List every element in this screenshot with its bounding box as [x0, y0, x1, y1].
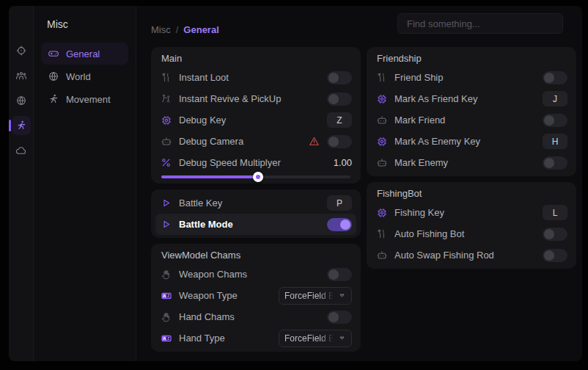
keybind-debug-key[interactable]: Z	[327, 112, 352, 128]
sidebar-item-label: General	[66, 48, 100, 59]
toggle-hand-chams[interactable]	[327, 311, 352, 324]
rail-item-globe[interactable]	[12, 91, 31, 110]
toggle-knob	[544, 229, 554, 239]
card-battle: Battle KeyPBattle Mode	[151, 189, 361, 238]
toggle-auto-swap-fishing-rod[interactable]	[543, 249, 567, 262]
az-icon: AZ	[160, 333, 172, 344]
keybind-mark-as-friend-key[interactable]: J	[543, 91, 567, 106]
sidebar-items: GeneralWorldMovement	[41, 43, 128, 110]
card-fishingbot: FishingBotFishing KeyLAuto Fishing BotAu…	[367, 182, 576, 269]
row-label: Weapon Chams	[179, 269, 320, 280]
toggle-mark-enemy[interactable]	[543, 156, 567, 170]
chip-icon	[375, 136, 388, 148]
rail-item-run[interactable]	[12, 116, 31, 135]
search-input[interactable]	[397, 13, 563, 34]
sidebar-item-movement[interactable]: Movement	[41, 88, 128, 110]
chip-icon	[375, 93, 388, 105]
crosshair-icon	[15, 45, 27, 57]
sidebar-item-world[interactable]: World	[41, 65, 128, 87]
rail-item-squad[interactable]	[12, 66, 31, 85]
slider-fill	[161, 175, 258, 178]
column-left: MainInstant LootInstant Revive & PickUpD…	[151, 47, 361, 352]
row-fishing-key: Fishing KeyL	[375, 202, 567, 223]
svg-text:Z: Z	[167, 336, 169, 340]
row-label: Mark Enemy	[394, 157, 536, 168]
run-icon	[48, 93, 59, 105]
toggle-mark-friend[interactable]	[543, 114, 567, 127]
row-label: Battle Mode	[179, 219, 320, 230]
card-friendship: FriendshipFriend ShipMark As Friend KeyJ…	[367, 47, 576, 176]
row-weapon-chams: Weapon Chams	[160, 264, 352, 285]
dropdown-weapon-type[interactable]: ForceField B	[279, 287, 352, 305]
toggle-knob	[544, 250, 554, 261]
gamepad-icon	[48, 48, 59, 59]
row-mark-as-enemy-key: Mark As Enemy KeyH	[375, 131, 567, 152]
sidebar-item-label: Movement	[66, 94, 111, 105]
robot-icon	[160, 136, 172, 148]
hand-icon	[160, 311, 172, 322]
toggle-knob	[328, 94, 339, 104]
toggle-knob	[328, 137, 339, 147]
row-label: Battle Key	[179, 197, 320, 208]
breadcrumb-page[interactable]: General	[183, 24, 218, 35]
breadcrumb-separator: /	[176, 24, 179, 35]
svg-text:A: A	[163, 294, 166, 298]
toggle-friend-ship[interactable]	[543, 71, 567, 84]
dropdown-hand-type[interactable]: ForceField B	[279, 330, 352, 347]
toggle-knob	[544, 158, 554, 168]
row-mark-enemy: Mark Enemy	[375, 152, 567, 173]
rail-item-crosshair[interactable]	[12, 41, 31, 60]
globe-icon	[48, 70, 59, 82]
keybind-fishing-key[interactable]: L	[543, 205, 567, 220]
card-title: ViewModel Chams	[161, 250, 350, 261]
toggle-instant-revive-pickup[interactable]	[327, 92, 352, 106]
card-title: FishingBot	[377, 188, 566, 200]
warning-icon	[309, 136, 320, 147]
row-label: Auto Swap Fishing Rod	[394, 250, 536, 261]
column-right: FriendshipFriend ShipMark As Friend KeyJ…	[367, 47, 576, 352]
row-auto-fishing-bot: Auto Fishing Bot	[375, 223, 567, 244]
chip-icon	[375, 207, 388, 219]
toggle-weapon-chams[interactable]	[327, 268, 352, 281]
row-label: Weapon Type	[179, 290, 272, 301]
row-debug-speed-multiplyer: Debug Speed Multiplyer1.00	[160, 152, 352, 173]
row-label: Mark As Friend Key	[394, 93, 536, 104]
chip-icon	[160, 115, 172, 126]
row-label: Mark Friend	[394, 115, 536, 126]
sidebar-title: Misc	[47, 18, 128, 30]
keybind-mark-as-enemy-key[interactable]: H	[543, 134, 567, 149]
az-icon: AZ	[160, 290, 172, 302]
sidebar-item-general[interactable]: General	[41, 43, 128, 65]
row-hand-chams: Hand Chams	[160, 306, 352, 327]
slider-debug-speed-multiplyer[interactable]	[161, 173, 350, 181]
utensils-icon	[375, 72, 388, 83]
row-label: Instant Revive & PickUp	[179, 93, 320, 104]
card-viewmodel-chams: ViewModel ChamsWeapon ChamsAZWeapon Type…	[151, 244, 361, 352]
toggle-knob	[328, 312, 339, 322]
toggle-instant-loot[interactable]	[327, 71, 352, 84]
row-label: Mark As Enemy Key	[394, 136, 536, 147]
dropdown-value: ForceField B	[284, 333, 334, 344]
toggle-debug-camera[interactable]	[327, 135, 352, 148]
app-window: Misc GeneralWorldMovement Misc / General…	[9, 6, 582, 361]
keybind-battle-key[interactable]: P	[327, 195, 352, 211]
svg-text:A: A	[163, 336, 166, 341]
row-label: Debug Speed Multiplyer	[179, 157, 327, 168]
toggle-knob	[340, 220, 350, 230]
content-area: Misc / General MainInstant LootInstant R…	[136, 6, 582, 361]
squad-icon	[15, 70, 27, 81]
rail-item-cloud[interactable]	[12, 141, 31, 160]
breadcrumb-section[interactable]: Misc	[151, 24, 171, 35]
row-battle-key: Battle KeyP	[160, 192, 352, 214]
utensils-icon	[160, 72, 172, 83]
utensils-icon	[375, 228, 388, 239]
cloud-icon	[15, 145, 27, 156]
toggle-auto-fishing-bot[interactable]	[543, 228, 567, 241]
toggle-battle-mode[interactable]	[327, 218, 352, 231]
slider-thumb[interactable]	[253, 172, 263, 182]
toggle-knob	[544, 73, 554, 83]
row-hand-type: AZHand TypeForceField B	[160, 327, 352, 349]
icon-rail	[9, 6, 34, 361]
row-debug-camera: Debug Camera	[160, 131, 352, 152]
globe-icon	[15, 95, 27, 106]
